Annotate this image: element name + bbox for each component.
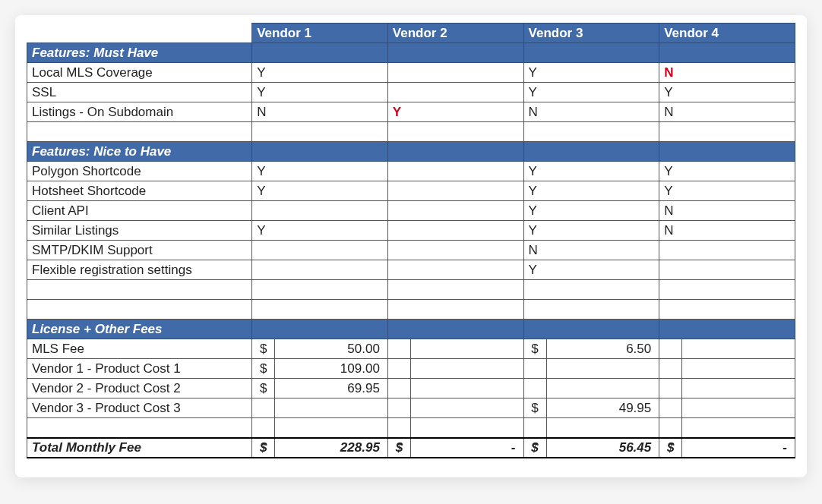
- cur-v2: [387, 339, 410, 359]
- row-label: MLS Fee: [27, 339, 252, 359]
- cell-v2: Y: [387, 102, 523, 122]
- blank-row: [27, 300, 795, 320]
- cell-v4: N: [659, 63, 795, 83]
- total-cur-v3: $: [523, 438, 546, 458]
- row-hotsheet: Hotsheet Shortcode Y Y Y: [27, 181, 795, 201]
- row-label: SMTP/DKIM Support: [27, 241, 252, 260]
- row-client-api: Client API Y N: [27, 201, 795, 221]
- section-label: Features: Must Have: [27, 43, 252, 63]
- cell-v2: [387, 241, 523, 260]
- row-label: Vendor 1 - Product Cost 1: [27, 359, 252, 379]
- blank-row: [27, 418, 795, 438]
- row-label: Hotsheet Shortcode: [27, 181, 252, 201]
- cell-v2: [387, 221, 523, 241]
- cell-v1: Y: [252, 221, 388, 241]
- cur-v3: $: [523, 398, 546, 418]
- row-product-1: Vendor 1 - Product Cost 1 $ 109.00: [27, 359, 795, 379]
- section-must-have: Features: Must Have: [27, 43, 795, 63]
- header-row: Vendor 1 Vendor 2 Vendor 3 Vendor 4: [27, 24, 795, 43]
- row-similar: Similar Listings Y Y N: [27, 221, 795, 241]
- cell-v4: Y: [659, 181, 795, 201]
- row-smtp: SMTP/DKIM Support N: [27, 241, 795, 260]
- row-mls: Local MLS Coverage Y Y N: [27, 63, 795, 83]
- header-vendor-4: Vendor 4: [659, 24, 795, 43]
- cell-v4: N: [659, 201, 795, 221]
- blank-row: [27, 122, 795, 142]
- row-label: Local MLS Coverage: [27, 63, 252, 83]
- cur-v1: $: [252, 339, 275, 359]
- cell-v4: N: [659, 221, 795, 241]
- row-flex-reg: Flexible registration settings Y: [27, 260, 795, 280]
- cell-v3: N: [523, 241, 659, 260]
- cell-v2: [387, 201, 523, 221]
- cell-v2: [387, 260, 523, 280]
- cell-v3: N: [523, 102, 659, 122]
- cell-v3: Y: [523, 221, 659, 241]
- row-product-2: Vendor 2 - Product Cost 2 $ 69.95: [27, 379, 795, 398]
- row-label: Client API: [27, 201, 252, 221]
- row-label: Vendor 2 - Product Cost 2: [27, 379, 252, 398]
- cell-v1: [252, 201, 388, 221]
- cell-v2: [387, 83, 523, 102]
- cell-v3: Y: [523, 162, 659, 181]
- row-label: Vendor 3 - Product Cost 3: [27, 398, 252, 418]
- val-v2: [410, 339, 523, 359]
- cell-v1: Y: [252, 181, 388, 201]
- val-v3: 49.95: [546, 398, 659, 418]
- cell-v4: Y: [659, 83, 795, 102]
- val-v4: [682, 339, 795, 359]
- cell-v1: Y: [252, 63, 388, 83]
- total-label: Total Monthly Fee: [27, 438, 252, 458]
- cell-v4: [659, 260, 795, 280]
- cell-v2: [387, 63, 523, 83]
- section-label: Features: Nice to Have: [27, 142, 252, 162]
- cell-v1: [252, 260, 388, 280]
- row-label: Similar Listings: [27, 221, 252, 241]
- val-v3: 6.50: [546, 339, 659, 359]
- blank-row: [27, 280, 795, 300]
- row-label: Flexible registration settings: [27, 260, 252, 280]
- total-val-v4: -: [682, 438, 795, 458]
- cell-v1: Y: [252, 162, 388, 181]
- cell-v1: [252, 241, 388, 260]
- header-blank: [27, 24, 252, 43]
- cur-v3: $: [523, 339, 546, 359]
- header-vendor-3: Vendor 3: [523, 24, 659, 43]
- cell-v3: Y: [523, 260, 659, 280]
- cell-v4: N: [659, 102, 795, 122]
- vendor-comparison-table: Vendor 1 Vendor 2 Vendor 3 Vendor 4 Feat…: [27, 23, 795, 458]
- row-mls-fee: MLS Fee $ 50.00 $ 6.50: [27, 339, 795, 359]
- val-v1: 109.00: [275, 359, 388, 379]
- cell-v4: [659, 241, 795, 260]
- val-v1: 50.00: [275, 339, 388, 359]
- vendor-comparison-card: Vendor 1 Vendor 2 Vendor 3 Vendor 4 Feat…: [15, 15, 807, 477]
- total-cur-v2: $: [387, 438, 410, 458]
- row-total: Total Monthly Fee $ 228.95 $ - $ 56.45 $…: [27, 438, 795, 458]
- val-v1: 69.95: [275, 379, 388, 398]
- row-ssl: SSL Y Y Y: [27, 83, 795, 102]
- cell-v1: N: [252, 102, 388, 122]
- row-polygon: Polygon Shortcode Y Y Y: [27, 162, 795, 181]
- header-vendor-1: Vendor 1: [252, 24, 388, 43]
- cell-v3: Y: [523, 181, 659, 201]
- cell-v2: [387, 162, 523, 181]
- total-val-v2: -: [410, 438, 523, 458]
- section-label: License + Other Fees: [27, 320, 252, 339]
- cell-v3: Y: [523, 83, 659, 102]
- total-cur-v1: $: [252, 438, 275, 458]
- section-nice-to-have: Features: Nice to Have: [27, 142, 795, 162]
- cell-v3: Y: [523, 201, 659, 221]
- cur-v1: $: [252, 359, 275, 379]
- cell-v4: Y: [659, 162, 795, 181]
- row-label: Polygon Shortcode: [27, 162, 252, 181]
- cell-v3: Y: [523, 63, 659, 83]
- row-product-3: Vendor 3 - Product Cost 3 $ 49.95: [27, 398, 795, 418]
- header-vendor-2: Vendor 2: [387, 24, 523, 43]
- row-label: SSL: [27, 83, 252, 102]
- row-subdomain: Listings - On Subdomain N Y N N: [27, 102, 795, 122]
- total-val-v3: 56.45: [546, 438, 659, 458]
- cell-v2: [387, 181, 523, 201]
- cur-v4: [659, 339, 682, 359]
- cur-v1: $: [252, 379, 275, 398]
- row-label: Listings - On Subdomain: [27, 102, 252, 122]
